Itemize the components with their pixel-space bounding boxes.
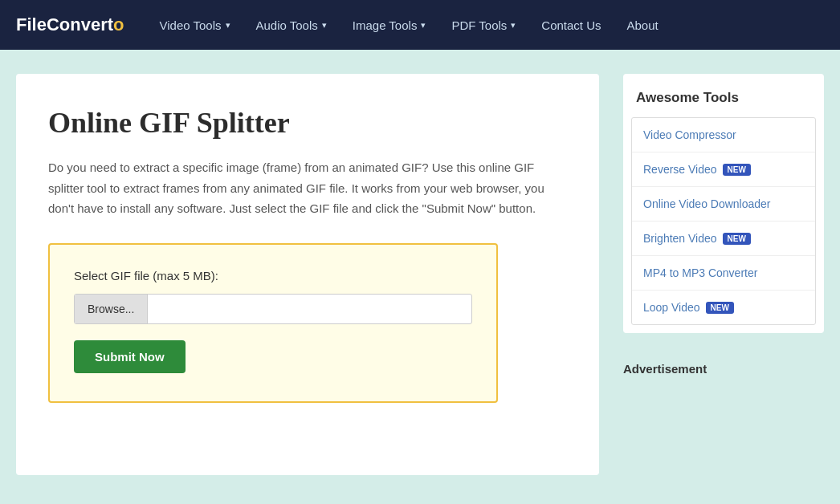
file-name-display bbox=[148, 301, 471, 317]
badge-new: NEW bbox=[706, 302, 734, 314]
nav-video-tools[interactable]: Video Tools ▾ bbox=[148, 0, 241, 50]
tool-item-mp4-to-mp3[interactable]: MP4 to MP3 Converter bbox=[632, 256, 815, 291]
tool-item-online-video-downloader[interactable]: Online Video Downloader bbox=[632, 187, 815, 222]
tool-item-reverse-video[interactable]: Reverse Video NEW bbox=[632, 152, 815, 187]
chevron-down-icon: ▾ bbox=[511, 20, 516, 30]
badge-new: NEW bbox=[723, 164, 751, 176]
tools-list: Video Compressor Reverse Video NEW Onlin… bbox=[631, 117, 816, 325]
sidebar-awesome-tools-title: Awesome Tools bbox=[623, 90, 824, 117]
tool-item-video-compressor[interactable]: Video Compressor bbox=[632, 118, 815, 152]
page-title: Online GIF Splitter bbox=[48, 106, 567, 140]
nav-audio-tools[interactable]: Audio Tools ▾ bbox=[245, 0, 338, 50]
badge-new: NEW bbox=[723, 233, 751, 245]
logo: FileConverto bbox=[16, 14, 124, 35]
navbar: FileConverto Video Tools ▾ Audio Tools ▾… bbox=[0, 0, 840, 50]
tool-item-brighten-video[interactable]: Brighten Video NEW bbox=[632, 222, 815, 256]
nav-image-tools[interactable]: Image Tools ▾ bbox=[341, 0, 438, 50]
logo-highlight: o bbox=[113, 14, 124, 35]
nav-pdf-tools[interactable]: PDF Tools ▾ bbox=[440, 0, 527, 50]
advertisement-title: Advertisement bbox=[623, 349, 824, 380]
nav-items: Video Tools ▾ Audio Tools ▾ Image Tools … bbox=[148, 0, 824, 50]
main-content: Online GIF Splitter Do you need to extra… bbox=[16, 74, 599, 475]
sidebar-card: Awesome Tools Video Compressor Reverse V… bbox=[623, 74, 824, 333]
upload-box: Select GIF file (max 5 MB): Browse... Su… bbox=[48, 243, 498, 403]
tool-item-loop-video[interactable]: Loop Video NEW bbox=[632, 291, 815, 324]
chevron-down-icon: ▾ bbox=[322, 20, 327, 30]
chevron-down-icon: ▾ bbox=[421, 20, 426, 30]
file-input-row: Browse... bbox=[74, 294, 472, 324]
nav-about[interactable]: About bbox=[616, 0, 670, 50]
nav-contact-us[interactable]: Contact Us bbox=[530, 0, 612, 50]
page-wrapper: Online GIF Splitter Do you need to extra… bbox=[0, 50, 840, 499]
sidebar: Awesome Tools Video Compressor Reverse V… bbox=[623, 74, 824, 475]
chevron-down-icon: ▾ bbox=[226, 20, 230, 30]
page-description: Do you need to extract a specific image … bbox=[48, 157, 567, 219]
submit-button[interactable]: Submit Now bbox=[74, 340, 186, 373]
browse-button[interactable]: Browse... bbox=[75, 295, 148, 323]
upload-label: Select GIF file (max 5 MB): bbox=[74, 269, 472, 282]
